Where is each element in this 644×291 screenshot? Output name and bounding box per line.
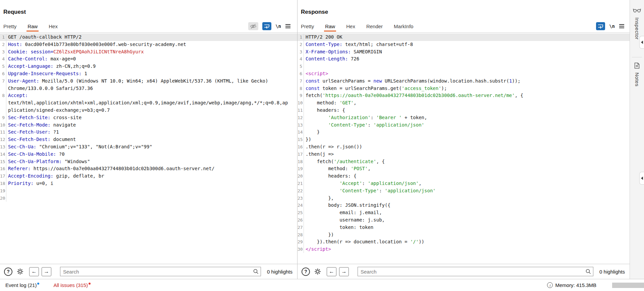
response-editor-toolbar: \n <box>596 22 625 30</box>
tab-markinfo[interactable]: MarkInfo <box>394 21 413 32</box>
arrow-left-icon[interactable]: ← <box>29 267 39 276</box>
code-line: 29 }).then(r => document.location = '/')… <box>298 238 630 246</box>
code-line: 30</script> <box>298 246 630 253</box>
code-line: 9fetch('https://oauth-0a7e00aa0432774480… <box>298 92 630 99</box>
word-wrap-icon[interactable] <box>262 22 271 30</box>
code-line: 1HTTP/2 200 OK <box>298 34 630 41</box>
code-line: 28 }) <box>298 231 630 239</box>
line-number <box>0 99 6 107</box>
code-line: 11 headers: { <box>298 107 630 114</box>
line-number: 14 <box>0 151 6 158</box>
hamburger-glyph <box>285 24 291 29</box>
menu-icon[interactable] <box>619 22 625 30</box>
response-editor[interactable]: 1HTTP/2 200 OK2Content-Type: text/html; … <box>298 33 630 264</box>
gear-glyph <box>314 268 321 275</box>
line-number: 8 <box>0 92 6 99</box>
gear-icon[interactable] <box>313 267 322 276</box>
tab-raw[interactable]: Raw <box>28 21 38 32</box>
menu-icon[interactable] <box>285 22 291 30</box>
status-scrollbar[interactable] <box>612 283 644 288</box>
inspector-collapse-handle[interactable] <box>639 36 644 49</box>
inspector-glasses-icon[interactable] <box>633 7 641 13</box>
code-line: 5 <box>298 63 630 70</box>
code-line: 9Sec-Fetch-Site: cross-site <box>0 114 297 122</box>
response-search-input[interactable] <box>358 267 593 276</box>
line-number <box>0 107 6 114</box>
memory-label: Memory: 415.3MB <box>555 282 596 288</box>
code-line: 18Priority: u=0, i <box>0 180 297 187</box>
code-line: 23 }, <box>298 195 630 202</box>
panel-collapse-handle[interactable] <box>639 172 644 185</box>
line-number: 17 <box>0 173 6 180</box>
code-line: 1GET /oauth-callback HTTP/2 <box>0 34 297 41</box>
sidebar-item-inspector[interactable]: Inspector <box>634 17 640 40</box>
tab-hex[interactable]: Hex <box>346 21 355 32</box>
code-line: 3Cookie: session=CZ6lZsxEPQAohJiLICNtTNr… <box>0 48 297 56</box>
code-line: plication/signed-exchange;v=b3;q=0.7 <box>0 107 297 114</box>
status-bar-left: Event log (21) All issues (315) <box>0 282 91 288</box>
sidebar-item-notes[interactable]: Notes <box>634 72 640 87</box>
code-line: 25 email: j.email, <box>298 209 630 216</box>
arrow-right-icon[interactable]: → <box>42 267 51 276</box>
gear-icon[interactable] <box>16 267 24 276</box>
magnifier-icon <box>585 269 591 275</box>
code-line: 26 username: j.sub, <box>298 216 630 224</box>
code-line: 16.then(r => r.json()) <box>298 143 630 151</box>
code-line: 3X-Frame-Options: SAMEORIGIN <box>298 48 630 56</box>
response-search-bar: ? ← → 0 high <box>298 264 630 279</box>
tab-pretty[interactable]: Pretty <box>301 21 314 32</box>
line-number <box>0 85 6 92</box>
event-log-tab[interactable]: Event log (21) <box>5 282 39 288</box>
line-number: 4 <box>298 55 304 63</box>
code-line: 16Referer: https://oauth-0a7e00aa0432774… <box>0 165 297 173</box>
code-line: 13 'Content-Type': 'application/json' <box>298 122 630 129</box>
status-bar: Event log (21) All issues (315) i Memory… <box>0 279 644 291</box>
help-icon[interactable]: ? <box>4 268 12 276</box>
tab-pretty[interactable]: Pretty <box>3 21 16 32</box>
tab-render[interactable]: Render <box>366 21 383 32</box>
request-editor-toolbar: \n <box>248 22 291 30</box>
code-line: 20 <box>0 195 297 202</box>
line-number: 15 <box>0 158 6 165</box>
wrap-glyph <box>264 23 270 30</box>
line-number: 13 <box>298 122 304 129</box>
line-number: 6 <box>0 70 6 78</box>
code-line: 6<script> <box>298 70 630 78</box>
line-number: 20 <box>298 173 304 180</box>
code-line: 15}) <box>298 136 630 143</box>
word-wrap-icon[interactable] <box>596 22 605 30</box>
newline-icon[interactable]: \n <box>609 22 615 30</box>
help-icon[interactable]: ? <box>302 268 310 276</box>
newline-icon[interactable]: \n <box>275 22 281 30</box>
line-number: 10 <box>298 99 304 107</box>
code-line: 10 method: 'GET', <box>298 99 630 107</box>
line-number: 10 <box>0 122 6 129</box>
arrow-left-icon[interactable]: ← <box>327 267 336 276</box>
line-number: 9 <box>298 92 304 99</box>
notes-document-icon[interactable] <box>634 62 640 69</box>
line-number: 7 <box>298 78 304 85</box>
wrap-glyph <box>597 23 604 30</box>
all-issues-tab[interactable]: All issues (315) <box>53 282 91 288</box>
all-issues-notification-dot <box>89 283 91 285</box>
code-line: 19 method: 'POST', <box>298 165 630 173</box>
code-line: 7User-Agent: Mozilla/5.0 (Windows NT 10.… <box>0 78 297 85</box>
code-line: 15Sec-Ch-Ua-Platform: "Windows" <box>0 158 297 165</box>
arrow-right-icon[interactable]: → <box>339 267 349 276</box>
code-line: 6Upgrade-Insecure-Requests: 1 <box>0 70 297 78</box>
event-log-label: Event log (21) <box>5 282 37 288</box>
line-number: 3 <box>0 48 6 56</box>
line-number: 19 <box>298 165 304 173</box>
request-search-input[interactable] <box>60 267 261 276</box>
tab-hex[interactable]: Hex <box>49 21 58 32</box>
sidebar-divider <box>632 57 642 57</box>
request-editor[interactable]: 1GET /oauth-callback HTTP/22Host: 0acd00… <box>0 33 297 264</box>
code-line: 22 'Content-Type': 'application/json' <box>298 187 630 195</box>
line-number: 28 <box>298 231 304 239</box>
line-number: 24 <box>298 202 304 209</box>
hide-highlights-icon[interactable] <box>248 22 258 30</box>
tab-raw[interactable]: Raw <box>325 21 335 32</box>
memory-indicator: i Memory: 415.3MB <box>547 282 596 288</box>
line-number: 4 <box>0 55 6 63</box>
request-panel: Request PrettyRawHex \n <box>0 0 297 279</box>
